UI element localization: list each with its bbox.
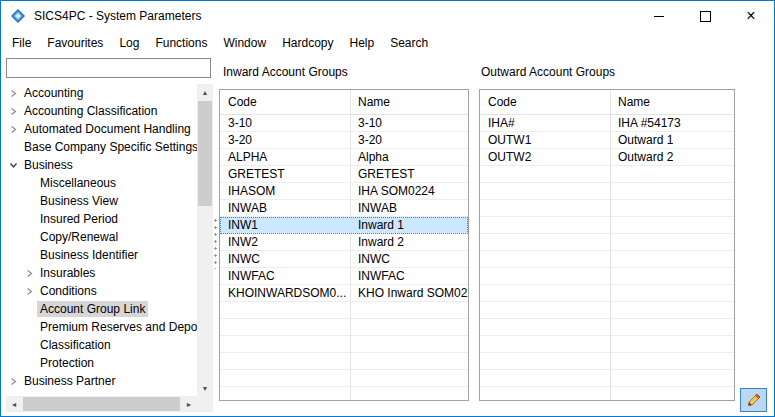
splitter-handle[interactable] [212,217,219,269]
close-button[interactable]: × [728,1,774,31]
empty-rows-area [480,166,734,400]
window-controls: × [636,1,774,31]
app-icon [10,8,26,24]
menu-item-window[interactable]: Window [215,33,274,53]
outward-row[interactable]: OUTW2Outward 2 [480,149,734,166]
vertical-scroll-thumb[interactable] [198,101,212,206]
tree-item-classification[interactable]: Classification [6,336,197,354]
pencil-icon [746,392,762,408]
inward-row[interactable]: INWABINWAB [220,200,468,217]
inward-row[interactable]: INWFACINWFAC [220,268,468,285]
maximize-button[interactable] [682,1,728,31]
outward-row[interactable]: IHA#IHA #54173 [480,115,734,132]
menu-bar: File Favourites Log Functions Window Har… [1,31,774,54]
horizontal-scroll-thumb[interactable] [23,397,180,411]
inward-row[interactable]: GRETESTGRETEST [220,166,468,183]
inward-table: Code Name 3-103-10 3-203-20 ALPHAAlpha G… [219,89,469,401]
tree-filter-input[interactable] [6,58,211,78]
title-bar[interactable]: SICS4PC - System Parameters × [1,1,774,31]
inward-row[interactable]: INWCINWC [220,251,468,268]
inward-row[interactable]: IHASOMIHA SOM0224 [220,183,468,200]
column-header-name[interactable]: Name [350,95,390,109]
chevron-down-icon[interactable] [6,161,21,170]
tree-item-miscellaneous[interactable]: Miscellaneous [6,174,197,192]
menu-item-search[interactable]: Search [382,33,436,53]
inward-row[interactable]: KHOINWARDSOM0...KHO Inward SOM0224 [220,285,468,302]
column-header-code[interactable]: Code [480,95,610,109]
scrollbar-corner [197,396,213,412]
tree-item-premium-reserves-and-deposits[interactable]: Premium Reserves and Depos [6,318,197,336]
chevron-right-icon[interactable] [6,107,21,116]
scroll-right-arrow-icon[interactable]: ► [181,396,197,412]
settings-tree: Accounting Accounting Classification Aut… [6,84,197,396]
edit-button[interactable] [740,388,767,412]
inward-row[interactable]: INW2Inward 2 [220,234,468,251]
scroll-down-arrow-icon[interactable]: ▼ [197,380,213,396]
tree-item-copy-renewal[interactable]: Copy/Renewal [6,228,197,246]
menu-item-functions[interactable]: Functions [147,33,215,53]
tree-item-insurables[interactable]: Insurables [6,264,197,282]
tree-vertical-scrollbar[interactable]: ▲ ▼ [197,84,213,396]
empty-rows-area [220,302,468,400]
outward-table-header: Code Name [480,90,734,115]
app-window: SICS4PC - System Parameters × File Favou… [0,0,775,417]
inward-row-selected[interactable]: INW1Inward 1 [220,217,468,234]
tree-item-insured-period[interactable]: Insured Period [6,210,197,228]
tree-item-protection[interactable]: Protection [6,354,197,372]
minimize-icon [654,16,664,17]
inward-row[interactable]: 3-103-10 [220,115,468,132]
tree-item-base-company-specific-settings[interactable]: Base Company Specific Settings [6,138,197,156]
tree-item-accounting-classification[interactable]: Accounting Classification [6,102,197,120]
chevron-right-icon[interactable] [22,269,37,278]
chevron-right-icon[interactable] [22,287,37,296]
tree-item-business-partner[interactable]: Business Partner [6,372,197,390]
menu-item-log[interactable]: Log [111,33,147,53]
outward-row[interactable]: OUTW1Outward 1 [480,132,734,149]
inward-table-header: Code Name [220,90,468,115]
menu-item-help[interactable]: Help [341,33,382,53]
inward-row[interactable]: 3-203-20 [220,132,468,149]
chevron-right-icon[interactable] [6,89,21,98]
tree-item-accounting[interactable]: Accounting [6,84,197,102]
column-header-code[interactable]: Code [220,95,350,109]
scroll-left-arrow-icon[interactable]: ◄ [6,396,22,412]
tree-item-business-identifier[interactable]: Business Identifier [6,246,197,264]
maximize-icon [700,11,711,22]
chevron-right-icon[interactable] [6,377,21,386]
minimize-button[interactable] [636,1,682,31]
menu-item-favourites[interactable]: Favourites [39,33,111,53]
close-icon: × [746,8,755,24]
tree-item-conditions[interactable]: Conditions [6,282,197,300]
outward-panel-title: Outward Account Groups [481,65,615,79]
inward-panel-title: Inward Account Groups [223,65,348,79]
tree-horizontal-scrollbar[interactable]: ◄ ► [6,396,197,412]
outward-table: Code Name IHA#IHA #54173 OUTW1Outward 1 … [479,89,735,401]
menu-item-file[interactable]: File [4,33,39,53]
chevron-right-icon[interactable] [6,125,21,134]
column-header-name[interactable]: Name [610,95,650,109]
window-title: SICS4PC - System Parameters [34,9,201,23]
tree-item-account-group-link[interactable]: Account Group Link [6,300,197,318]
tree-item-business-view[interactable]: Business View [6,192,197,210]
scroll-up-arrow-icon[interactable]: ▲ [197,84,213,100]
menu-item-hardcopy[interactable]: Hardcopy [274,33,341,53]
tree-item-business[interactable]: Business [6,156,197,174]
tree-item-automated-document-handling[interactable]: Automated Document Handling [6,120,197,138]
inward-row[interactable]: ALPHAAlpha [220,149,468,166]
